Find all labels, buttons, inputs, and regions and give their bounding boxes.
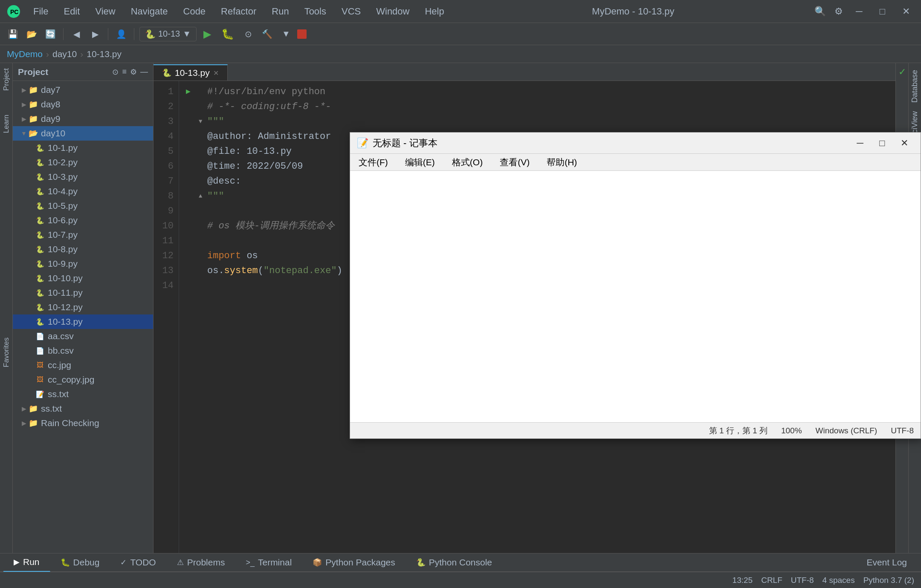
toolbar: 💾 📂 🔄 ◀ ▶ 👤 🐍 10-13 ▼ ▶ 🐛 ⊙ 🔨 ▼	[0, 23, 921, 45]
run-configuration-selector[interactable]: 🐍 10-13 ▼	[139, 27, 197, 41]
menu-navigate[interactable]: Navigate	[123, 3, 176, 20]
tab-todo[interactable]: ✓ TODO	[110, 553, 166, 572]
notepad-body[interactable]	[350, 171, 921, 422]
notepad-close-btn[interactable]: ✕	[895, 134, 914, 153]
tree-item-bb[interactable]: 📄 bb.csv	[13, 343, 153, 358]
run-button[interactable]: ▶	[200, 26, 214, 42]
notepad-menu-help[interactable]: 帮助(H)	[538, 154, 585, 171]
notepad-maximize-btn[interactable]: □	[873, 134, 892, 153]
tab-python-console[interactable]: 🐍 Python Console	[406, 553, 503, 572]
breadcrumb-mydemo[interactable]: MyDemo	[7, 49, 43, 59]
menu-view[interactable]: View	[87, 3, 123, 20]
menu-window[interactable]: Window	[368, 3, 417, 20]
run-gutter-1[interactable]: ▶	[186, 86, 199, 98]
tree-item-10-6[interactable]: 🐍 10-6.py	[13, 213, 153, 228]
tab-run[interactable]: ▶ Run	[3, 553, 50, 572]
breadcrumb-file[interactable]: 10-13.py	[87, 49, 122, 59]
event-log-btn[interactable]: Event Log	[856, 553, 918, 572]
code-decorator-7: @desc:	[207, 174, 241, 189]
collapse-all-btn[interactable]: ≡	[122, 67, 127, 77]
build-menu-btn[interactable]: ▼	[278, 26, 294, 42]
app-icon: PC	[7, 5, 20, 18]
breadcrumb: MyDemo › day10 › 10-13.py	[0, 45, 921, 63]
menu-help[interactable]: Help	[417, 3, 452, 20]
search-icon[interactable]: 🔍	[814, 6, 826, 17]
tab-python-packages[interactable]: 📦 Python Packages	[302, 553, 405, 572]
tree-item-10-13[interactable]: 🐍 10-13.py	[13, 314, 153, 329]
notepad-menu-format[interactable]: 格式(O)	[443, 154, 491, 171]
stop-button[interactable]	[297, 29, 307, 39]
right-tab-database[interactable]: Database	[909, 66, 921, 106]
settings-btn[interactable]: ⚙	[130, 67, 137, 77]
tab-debug[interactable]: 🐛 Debug	[50, 553, 110, 572]
toolbar-save-btn[interactable]: 💾	[5, 26, 20, 42]
tree-item-10-2[interactable]: 🐍 10-2.py	[13, 155, 153, 170]
breadcrumb-day10[interactable]: day10	[52, 49, 77, 59]
project-tree: ▶ 📁 day7 ▶ 📁 day8 ▶ 📁 day9 ▼ 📂 day10	[13, 81, 153, 567]
status-encoding[interactable]: UTF-8	[791, 576, 814, 585]
tab-problems[interactable]: ⚠ Problems	[167, 553, 236, 572]
tree-item-10-4[interactable]: 🐍 10-4.py	[13, 184, 153, 199]
toolbar-sync-btn[interactable]: 🔄	[43, 26, 58, 42]
toolbar-profile-btn[interactable]: 👤	[113, 26, 129, 42]
close-button[interactable]: ✕	[898, 4, 914, 19]
menu-edit[interactable]: Edit	[56, 3, 87, 20]
editor-tab-10-13[interactable]: 🐍 10-13.py ✕	[154, 64, 228, 81]
fold-gutter-8[interactable]: ▲	[199, 191, 207, 201]
tree-item-day7[interactable]: ▶ 📁 day7	[13, 83, 153, 97]
maximize-button[interactable]: □	[875, 4, 889, 19]
status-indent[interactable]: 4 spaces	[823, 576, 855, 585]
tree-item-cc-copy[interactable]: 🖼 cc_copy.jpg	[13, 372, 153, 387]
py-icon-10-3: 🐍	[35, 172, 45, 182]
tree-item-day10[interactable]: ▼ 📂 day10	[13, 126, 153, 141]
tree-item-10-9[interactable]: 🐍 10-9.py	[13, 257, 153, 271]
toolbar-back-btn[interactable]: ◀	[69, 26, 84, 42]
status-python[interactable]: Python 3.7 (2)	[863, 576, 914, 585]
menu-run[interactable]: Run	[264, 3, 296, 20]
tree-item-ss[interactable]: 📝 ss.txt	[13, 387, 153, 401]
code-string-3: """	[207, 114, 224, 129]
tree-item-10-3[interactable]: 🐍 10-3.py	[13, 170, 153, 184]
notepad-menu-edit[interactable]: 编辑(E)	[397, 154, 443, 171]
locate-file-btn[interactable]: ⊙	[112, 67, 119, 77]
tree-item-rain-checking[interactable]: ▶ 📁 ss.txt	[13, 401, 153, 416]
coverage-btn[interactable]: ⊙	[241, 26, 256, 42]
menu-tools[interactable]: Tools	[297, 3, 334, 20]
build-btn[interactable]: 🔨	[260, 26, 275, 42]
tab-terminal[interactable]: >_ Terminal	[235, 553, 302, 572]
tree-item-10-11[interactable]: 🐍 10-11.py	[13, 285, 153, 300]
tree-item-10-8[interactable]: 🐍 10-8.py	[13, 242, 153, 257]
menu-code[interactable]: Code	[176, 3, 214, 20]
settings-icon[interactable]: ⚙	[834, 6, 843, 17]
activity-project[interactable]: Project	[0, 66, 12, 92]
tree-item-10-1[interactable]: 🐍 10-1.py	[13, 141, 153, 155]
hide-sidebar-btn[interactable]: —	[140, 67, 148, 77]
tree-item-day9[interactable]: ▶ 📁 day9	[13, 112, 153, 126]
tree-item-day8[interactable]: ▶ 📁 day8	[13, 97, 153, 112]
tree-item-raining[interactable]: ▶ 📁 Rain Checking	[13, 416, 153, 430]
fold-gutter-3[interactable]: ▼	[199, 117, 207, 126]
menu-vcs[interactable]: VCS	[334, 3, 368, 20]
status-line-ending[interactable]: CRLF	[761, 576, 782, 585]
notepad-menu-view[interactable]: 查看(V)	[491, 154, 538, 171]
notepad-minimize-btn[interactable]: ─	[851, 134, 869, 153]
toolbar-forward-btn[interactable]: ▶	[87, 26, 103, 42]
tree-item-10-12[interactable]: 🐍 10-12.py	[13, 300, 153, 314]
activity-learn[interactable]: Learn	[0, 113, 12, 135]
tab-close-10-13[interactable]: ✕	[213, 69, 219, 77]
activity-favorites[interactable]: Favorites	[0, 336, 12, 369]
tree-item-10-10[interactable]: 🐍 10-10.py	[13, 271, 153, 285]
menu-refactor[interactable]: Refactor	[213, 3, 264, 20]
svg-text:PC: PC	[10, 9, 18, 15]
minimize-button[interactable]: ─	[851, 4, 867, 19]
debug-button[interactable]: 🐛	[218, 26, 237, 42]
tree-item-aa[interactable]: 📄 aa.csv	[13, 329, 153, 343]
menu-file[interactable]: File	[26, 3, 56, 20]
toolbar-open-btn[interactable]: 📂	[24, 26, 39, 42]
tree-item-cc[interactable]: 🖼 cc.jpg	[13, 358, 153, 372]
tree-item-10-7[interactable]: 🐍 10-7.py	[13, 228, 153, 242]
tree-item-10-5[interactable]: 🐍 10-5.py	[13, 199, 153, 213]
status-time[interactable]: 13:25	[733, 576, 753, 585]
notepad-menu-file[interactable]: 文件(F)	[350, 154, 397, 171]
py-icon-10-4: 🐍	[35, 186, 45, 196]
